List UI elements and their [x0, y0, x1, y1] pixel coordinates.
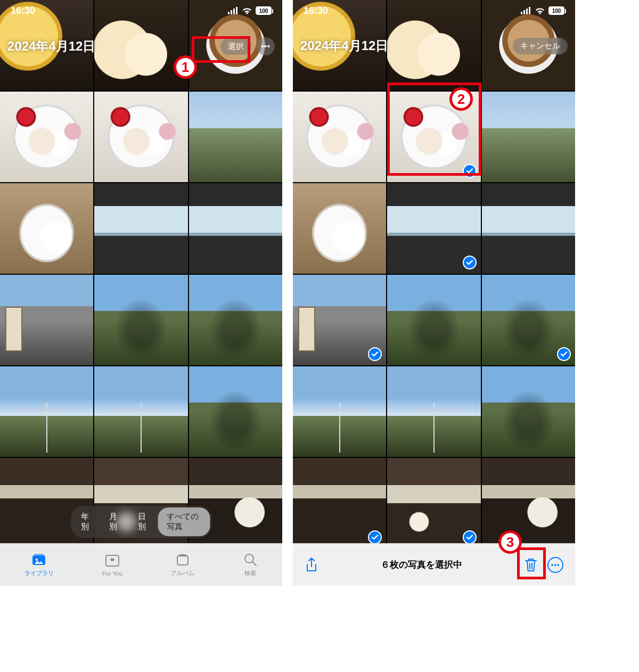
- svg-rect-9: [179, 554, 186, 556]
- wifi-icon: [535, 7, 545, 14]
- share-icon: [305, 557, 318, 573]
- battery-indicator: 100: [548, 6, 564, 15]
- library-icon: [31, 552, 46, 567]
- status-bar: 16:30 100: [0, 0, 282, 21]
- page-title: 2024年4月12日: [7, 38, 95, 55]
- ellipsis-icon: •••: [261, 42, 271, 51]
- selection-check-icon: [368, 347, 382, 361]
- wifi-icon: [242, 7, 252, 14]
- svg-rect-5: [34, 554, 44, 555]
- annotation-highlight-3: [517, 547, 546, 579]
- selection-status: ６枚の写真を選択中: [381, 559, 462, 571]
- share-button[interactable]: [305, 557, 318, 573]
- photo-thumb[interactable]: [189, 275, 282, 365]
- cancel-button[interactable]: キャンセル: [513, 38, 568, 54]
- view-mode-segmented-control[interactable]: 年別 月別 日別 すべての写真: [71, 506, 212, 538]
- photo-thumb[interactable]: [0, 366, 93, 457]
- seg-all-photos[interactable]: すべての写真: [158, 507, 210, 536]
- status-time: 16:30: [304, 5, 328, 17]
- photo-thumb[interactable]: [0, 92, 93, 182]
- svg-rect-2: [233, 9, 235, 14]
- photo-thumb[interactable]: [387, 275, 480, 365]
- photo-thumb[interactable]: [0, 275, 93, 365]
- photo-thumb-selected[interactable]: [387, 183, 480, 274]
- annotation-number-2: 2: [449, 87, 473, 111]
- photo-thumb[interactable]: [293, 366, 386, 457]
- photo-thumb[interactable]: [94, 183, 187, 274]
- svg-rect-14: [526, 9, 528, 14]
- selection-check-icon: [463, 256, 477, 269]
- search-icon: [243, 552, 258, 567]
- cellular-icon: [228, 7, 239, 14]
- cellular-icon: [521, 7, 531, 14]
- tab-label: For You: [102, 570, 122, 577]
- photo-thumb[interactable]: [189, 366, 282, 457]
- photo-thumb[interactable]: [482, 183, 575, 274]
- phone-right: 16:30 100 2024年4月12日 キャンセル ６枚の写真を選択中: [293, 0, 575, 586]
- phone-left: 16:30 100 2024年4月12日 選択 •••: [0, 0, 282, 586]
- ellipsis-icon: •••: [551, 561, 560, 569]
- photo-thumb[interactable]: [94, 275, 187, 365]
- foryou-icon: [105, 553, 120, 568]
- photo-thumb[interactable]: [189, 183, 282, 274]
- seg-year[interactable]: 年別: [72, 507, 101, 536]
- photo-thumb[interactable]: [482, 458, 575, 548]
- photo-thumb[interactable]: [387, 366, 480, 457]
- photo-thumb-selected[interactable]: [293, 275, 386, 365]
- svg-rect-15: [529, 7, 530, 14]
- svg-rect-12: [521, 12, 522, 14]
- photo-thumb-selected[interactable]: [387, 458, 480, 548]
- svg-point-6: [36, 559, 38, 561]
- tab-label: アルバム: [171, 569, 194, 577]
- more-button[interactable]: •••: [547, 557, 563, 573]
- seg-month[interactable]: 月別: [101, 507, 129, 536]
- status-bar: 16:30 100: [293, 0, 575, 21]
- svg-rect-8: [177, 556, 188, 565]
- photo-thumb[interactable]: [482, 92, 575, 182]
- annotation-highlight-1: [192, 36, 250, 63]
- svg-rect-0: [228, 12, 230, 14]
- selection-check-icon: [463, 530, 477, 544]
- tab-albums[interactable]: アルバム: [171, 552, 194, 577]
- tab-search[interactable]: 検索: [243, 552, 258, 577]
- svg-rect-13: [523, 10, 525, 14]
- page-title: 2024年4月12日: [300, 37, 388, 54]
- photo-thumb[interactable]: [293, 183, 386, 274]
- tab-label: ライブラリ: [24, 569, 54, 577]
- more-button[interactable]: •••: [257, 37, 275, 55]
- annotation-number-3: 3: [498, 530, 522, 554]
- photo-thumb[interactable]: [482, 366, 575, 457]
- status-time: 16:30: [11, 5, 35, 17]
- seg-day[interactable]: 日別: [129, 507, 158, 536]
- battery-indicator: 100: [256, 6, 272, 15]
- tab-bar: ライブラリ For You アルバム 検索: [0, 543, 282, 586]
- photo-thumb[interactable]: [293, 92, 386, 182]
- tab-label: 検索: [244, 569, 256, 577]
- albums-icon: [175, 552, 190, 567]
- photo-grid-left: [0, 0, 282, 543]
- photo-thumb[interactable]: [94, 92, 187, 182]
- tab-foryou[interactable]: For You: [102, 553, 122, 577]
- photo-thumb-selected[interactable]: [293, 458, 386, 548]
- photo-thumb-selected[interactable]: [482, 275, 575, 365]
- photo-thumb[interactable]: [94, 366, 187, 457]
- photo-grid-right: [293, 0, 575, 543]
- annotation-number-1: 1: [174, 55, 197, 79]
- tab-library[interactable]: ライブラリ: [24, 552, 54, 577]
- selection-check-icon: [368, 530, 382, 544]
- svg-rect-1: [231, 10, 232, 14]
- svg-rect-3: [236, 7, 237, 14]
- selection-check-icon: [557, 347, 571, 361]
- photo-thumb[interactable]: [189, 92, 282, 182]
- photo-thumb[interactable]: [0, 183, 93, 274]
- svg-line-11: [252, 562, 256, 566]
